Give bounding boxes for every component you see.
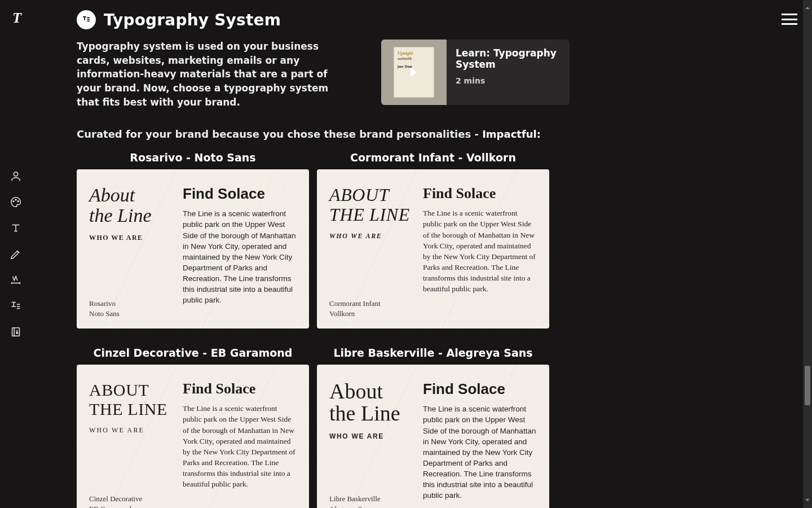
typography-option: Cormorant Infant - VollkornABOUTTHE LINE… (317, 148, 549, 329)
learn-card-duration: 2 mins (456, 76, 561, 85)
intro-row: Typography system is used on your busine… (77, 40, 778, 109)
type-system-icon[interactable] (9, 299, 23, 313)
curated-line: Curated for your brand because you chose… (77, 128, 778, 140)
card-sample-title: Find Solace (183, 380, 297, 397)
thumb-name: Jon Doe (398, 64, 412, 68)
card-sample-subhead: WHO WE ARE (329, 432, 413, 440)
card-sample-heading: ABOUTTHE LINE (329, 185, 413, 224)
card-sample-subhead: WHO WE ARE (329, 232, 413, 240)
learn-card-title: Learn: Typography System (456, 47, 561, 71)
scroll-down-icon[interactable] (805, 500, 810, 506)
svg-text:B: B (16, 331, 18, 335)
typography-option-title: Rosarivo - Noto Sans (130, 151, 255, 164)
card-right: Find SolaceThe Line is a scenic waterfro… (423, 185, 537, 318)
card-sample-heading: Aboutthe Line (329, 380, 413, 424)
spacing-icon[interactable] (9, 273, 23, 287)
card-font-names: Cinzel DecorativeEB Garamond (89, 494, 173, 508)
brandbook-icon[interactable]: B (9, 325, 23, 339)
card-left: Aboutthe LineWHO WE ARELibre Baskerville… (329, 380, 413, 508)
card-sample-subhead: WHO WE ARE (89, 426, 173, 435)
card-sample-body: The Line is a scenic waterfront public p… (183, 208, 297, 305)
svg-point-0 (14, 172, 17, 176)
typography-card[interactable]: Aboutthe LineWHO WE ARELibre Baskerville… (317, 365, 549, 508)
card-right: Find SolaceThe Line is a scenic waterfro… (423, 380, 537, 508)
card-sample-body: The Line is a scenic waterfront public p… (423, 404, 537, 501)
svg-point-1 (13, 201, 14, 202)
curated-tags: Impactful: (482, 128, 541, 140)
card-font-names: RosarivoNoto Sans (89, 299, 173, 318)
card-sample-title: Find Solace (423, 380, 537, 398)
card-sample-body: The Line is a scenic waterfront public p… (423, 208, 537, 294)
title-badge-icon (77, 10, 96, 29)
vertical-scrollbar[interactable] (803, 0, 812, 508)
card-font-names: Libre BaskervilleAlegreya Sans (329, 494, 413, 508)
learn-card-meta: Learn: Typography System 2 mins (447, 40, 570, 105)
svg-point-3 (17, 201, 19, 202)
card-left: Aboutthe LineWHO WE ARERosarivoNoto Sans (89, 185, 173, 318)
scroll-up-icon[interactable] (805, 2, 810, 8)
typography-option-title: Cormorant Infant - Vollkorn (350, 151, 516, 164)
typography-option: Rosarivo - Noto SansAboutthe LineWHO WE … (77, 148, 309, 329)
typography-option: Cinzel Decorative - EB GaramondABOUTTHE … (77, 343, 309, 508)
learn-card[interactable]: Upnight oatmilk Jon Doe Learn: Typograph… (381, 40, 570, 105)
card-left: ABOUTTHE LINEWHO WE ARECormorant InfantV… (329, 185, 413, 318)
card-sample-body: The Line is a scenic waterfront public p… (183, 403, 297, 489)
typography-option-title: Libre Baskerville - Alegreya Sans (333, 347, 532, 359)
typography-card[interactable]: Aboutthe LineWHO WE ARERosarivoNoto Sans… (77, 169, 309, 329)
card-sample-title: Find Solace (183, 185, 297, 203)
typography-grid: Rosarivo - Noto SansAboutthe LineWHO WE … (77, 148, 778, 508)
card-sample-title: Find Solace (423, 185, 537, 202)
main-content: Typography System Typography system is u… (77, 10, 778, 508)
sidebar-rail: B (0, 169, 32, 339)
page-title: Typography System (104, 11, 281, 29)
scroll-thumb[interactable] (805, 366, 810, 405)
type-icon[interactable] (9, 221, 23, 235)
card-sample-subhead: WHO WE ARE (89, 234, 173, 242)
typography-option: Libre Baskerville - Alegreya SansAboutth… (317, 343, 549, 508)
menu-button[interactable] (782, 14, 797, 25)
pen-icon[interactable] (9, 247, 23, 261)
palette-icon[interactable] (9, 195, 23, 209)
card-right: Find SolaceThe Line is a scenic waterfro… (183, 380, 297, 508)
typography-card[interactable]: ABOUTTHE LINEWHO WE ARECormorant InfantV… (317, 169, 549, 329)
card-sample-heading: Aboutthe Line (89, 185, 173, 225)
card-left: ABOUTTHE LINEWHO WE ARECinzel Decorative… (89, 380, 173, 508)
app-logo[interactable]: T (9, 10, 25, 26)
play-icon (411, 68, 417, 77)
curated-prefix: Curated for your brand because you chose… (77, 128, 482, 140)
thumb-sub: oatmilk (398, 56, 412, 60)
typography-option-title: Cinzel Decorative - EB Garamond (94, 347, 293, 359)
thumb-brand: Upnight (398, 51, 430, 56)
learn-card-thumbnail: Upnight oatmilk Jon Doe (381, 40, 447, 105)
svg-point-2 (15, 199, 16, 200)
typography-card[interactable]: ABOUTTHE LINEWHO WE ARECinzel Decorative… (77, 365, 309, 508)
card-sample-heading: ABOUTTHE LINE (89, 380, 173, 418)
page-title-row: Typography System (77, 10, 778, 29)
card-right: Find SolaceThe Line is a scenic waterfro… (183, 185, 297, 318)
persona-icon[interactable] (9, 169, 23, 183)
intro-text: Typography system is used on your busine… (77, 40, 347, 109)
card-font-names: Cormorant InfantVollkorn (329, 299, 413, 318)
